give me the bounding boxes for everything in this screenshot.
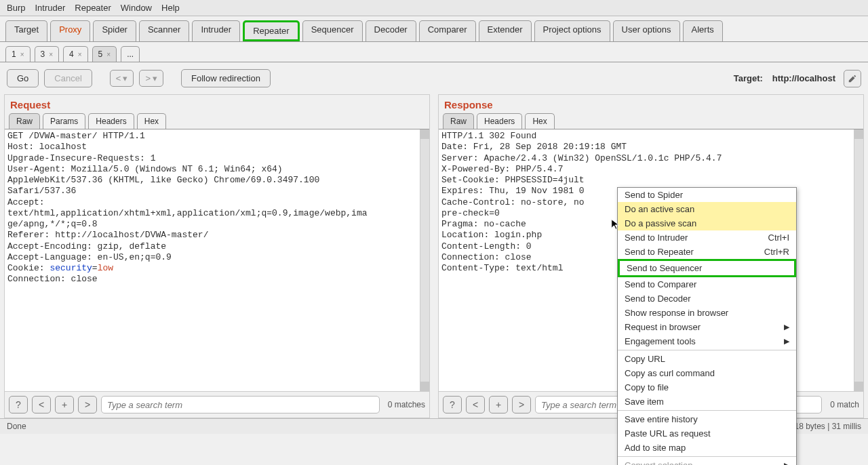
subtab-label: 1 (12, 49, 16, 59)
separator (618, 456, 796, 457)
context-menu: Send to Spider Do an active scan Do a pa… (617, 187, 797, 465)
request-tail: Connection: close (7, 274, 98, 284)
response-tab-raw[interactable]: Raw (443, 113, 474, 129)
menu-help[interactable]: Help (161, 3, 180, 13)
menu-repeater[interactable]: Repeater (75, 3, 111, 13)
menu-engagement-tools[interactable]: Engagement tools▶ (618, 334, 796, 348)
request-tab-headers[interactable]: Headers (88, 113, 134, 129)
submenu-arrow-icon: ▶ (784, 323, 789, 331)
subtab-4[interactable]: 4× (63, 46, 88, 62)
request-tab-raw[interactable]: Raw (9, 113, 40, 129)
close-icon[interactable]: × (106, 51, 111, 58)
subtab-label: 3 (41, 49, 45, 59)
response-tab-hex[interactable]: Hex (525, 113, 554, 129)
next-match-button[interactable]: > (78, 396, 97, 413)
menu-send-to-decoder[interactable]: Send to Decoder (618, 291, 796, 306)
menu-send-to-comparer[interactable]: Send to Comparer (618, 277, 796, 291)
tab-repeater[interactable]: Repeater (243, 20, 299, 41)
menu-save-entire-history[interactable]: Save entire history (618, 412, 796, 426)
subtab-3[interactable]: 3× (35, 46, 60, 62)
menu-do-passive-scan[interactable]: Do a passive scan (618, 216, 796, 230)
subtab-5[interactable]: 5× (92, 46, 117, 62)
matches-label: 0 matches (388, 400, 425, 409)
request-text: GET /DVWA-master/ HTTP/1.1 Host: localho… (7, 131, 368, 273)
close-icon[interactable]: × (20, 51, 24, 58)
subtab-label: 5 (98, 49, 103, 59)
tab-extender[interactable]: Extender (479, 20, 532, 41)
status-right: 418 bytes | 31 millis (790, 422, 861, 431)
menu-window[interactable]: Window (121, 3, 152, 13)
tab-spider[interactable]: Spider (93, 20, 136, 41)
menu-copy-curl[interactable]: Copy as curl command (618, 366, 796, 380)
menu-show-response-browser[interactable]: Show response in browser (618, 306, 796, 320)
target-label: Target: (734, 73, 763, 83)
go-button[interactable]: Go (7, 69, 39, 87)
controls-row: Go Cancel < ▾ > ▾ Follow redirection Tar… (0, 62, 868, 94)
add-button[interactable]: + (55, 396, 74, 413)
menu-intruder[interactable]: Intruder (35, 3, 65, 13)
next-match-button[interactable]: > (512, 396, 531, 413)
tab-comparer[interactable]: Comparer (419, 20, 476, 41)
nav-forward-button[interactable]: > ▾ (139, 70, 163, 87)
target-value: http://localhost (772, 73, 835, 83)
menu-send-to-sequencer[interactable]: Send to Sequencer (618, 259, 796, 277)
cookie-key: security (50, 263, 92, 273)
help-button[interactable]: ? (9, 396, 28, 413)
menu-send-to-spider[interactable]: Send to Spider (618, 188, 796, 202)
search-input[interactable] (101, 396, 380, 413)
response-tab-headers[interactable]: Headers (477, 113, 522, 129)
tab-proxy[interactable]: Proxy (50, 20, 90, 41)
request-raw-view[interactable]: GET /DVWA-master/ HTTP/1.1 Host: localho… (5, 129, 429, 391)
tab-sequencer[interactable]: Sequencer (302, 20, 363, 41)
follow-redirection-button[interactable]: Follow redirection (181, 69, 271, 87)
repeater-subtabs: 1× 3× 4× 5× ... (0, 42, 868, 62)
request-pane: Request Raw Params Headers Hex GET /DVWA… (4, 94, 430, 418)
menubar: Burp Intruder Repeater Window Help (0, 0, 868, 16)
request-search-row: ? < + > 0 matches (5, 391, 429, 418)
nav-back-button[interactable]: < ▾ (110, 70, 134, 87)
menu-send-to-intruder[interactable]: Send to IntruderCtrl+I (618, 230, 796, 245)
subtab-label: 4 (69, 49, 74, 59)
status-left: Done (7, 422, 26, 431)
tab-target[interactable]: Target (5, 20, 47, 41)
tab-scanner[interactable]: Scanner (139, 20, 189, 41)
tab-project-options[interactable]: Project options (534, 20, 610, 41)
menu-add-to-site-map[interactable]: Add to site map (618, 441, 796, 455)
shortcut: Ctrl+I (768, 232, 789, 243)
request-tab-hex[interactable]: Hex (137, 113, 166, 129)
close-icon[interactable]: × (49, 51, 53, 58)
request-title: Request (5, 95, 429, 113)
help-button[interactable]: ? (443, 396, 462, 413)
menu-copy-url[interactable]: Copy URL (618, 352, 796, 366)
menu-request-in-browser[interactable]: Request in browser▶ (618, 320, 796, 334)
shortcut: Ctrl+R (764, 247, 789, 257)
subtab-1[interactable]: 1× (5, 46, 31, 62)
menu-send-to-repeater[interactable]: Send to RepeaterCtrl+R (618, 245, 796, 259)
edit-target-button[interactable] (844, 70, 861, 87)
response-viewtabs: Raw Headers Hex (439, 113, 863, 129)
tab-alerts[interactable]: Alerts (683, 20, 723, 41)
menu-do-active-scan[interactable]: Do an active scan (618, 202, 796, 216)
request-tab-params[interactable]: Params (43, 113, 85, 129)
menu-convert-selection[interactable]: Convert selection▶ (618, 458, 796, 465)
tab-intruder[interactable]: Intruder (192, 20, 240, 41)
cancel-button[interactable]: Cancel (44, 69, 92, 87)
cookie-val: low (98, 263, 113, 273)
subtab-label: ... (127, 49, 134, 59)
main-tabs: Target Proxy Spider Scanner Intruder Rep… (0, 16, 868, 42)
close-icon[interactable]: × (78, 51, 82, 58)
prev-match-button[interactable]: < (466, 396, 485, 413)
scrollbar[interactable] (420, 129, 429, 391)
prev-match-button[interactable]: < (32, 396, 51, 413)
scrollbar[interactable] (854, 129, 863, 391)
add-button[interactable]: + (489, 396, 508, 413)
tab-user-options[interactable]: User options (613, 20, 680, 41)
submenu-arrow-icon: ▶ (784, 337, 789, 346)
menu-save-item[interactable]: Save item (618, 395, 796, 409)
menu-copy-to-file[interactable]: Copy to file (618, 380, 796, 395)
menu-burp[interactable]: Burp (7, 3, 25, 13)
response-title: Response (439, 95, 863, 113)
subtab-more[interactable]: ... (121, 46, 140, 62)
tab-decoder[interactable]: Decoder (366, 20, 416, 41)
menu-paste-url[interactable]: Paste URL as request (618, 426, 796, 441)
